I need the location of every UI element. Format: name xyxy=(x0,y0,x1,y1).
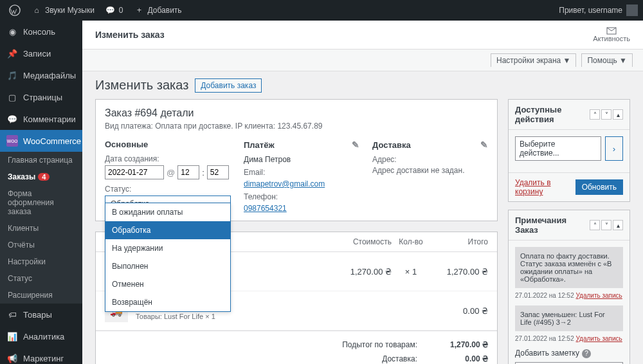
item-total: 1,270.00 ₴ xyxy=(430,267,488,277)
help-tab[interactable]: Помощь ▼ xyxy=(581,53,633,67)
add-note-label: Добавить заметку xyxy=(515,349,579,358)
admin-sidebar: ◉Консоль 📌Записи 🎵Медиафайлы ▢Страницы 💬… xyxy=(0,21,82,364)
note-timestamp: 27.01.2022 на 12:52 xyxy=(515,335,574,342)
actions-title: Доступные действия xyxy=(515,105,590,124)
order-subtitle: Вид платежа: Оплата при доставке. IP кли… xyxy=(105,122,488,131)
menu-comments[interactable]: 💬Комментарии xyxy=(0,108,82,130)
order-details-box: Заказ #694 детали Вид платежа: Оплата пр… xyxy=(95,99,498,221)
status-option-completed[interactable]: Выполнен xyxy=(105,257,230,275)
submenu-customers[interactable]: Клиенты xyxy=(0,220,82,237)
order-note: Оплата по факту доставки. Статус заказа … xyxy=(515,247,623,288)
payment-heading: Платёж xyxy=(244,140,275,150)
item-qty: × 1 xyxy=(392,267,430,277)
date-input[interactable] xyxy=(105,165,164,179)
panel-up-icon[interactable]: ˄ xyxy=(590,109,600,120)
status-option-pending[interactable]: В ожидании оплаты xyxy=(105,203,230,221)
add-new-link[interactable]: +Добавить xyxy=(130,0,186,21)
order-title: Заказ #694 детали xyxy=(105,107,488,119)
at-icon: @ xyxy=(167,168,175,177)
phone-label: Телефон: xyxy=(244,192,359,201)
wp-logo[interactable] xyxy=(5,0,24,21)
email-label: Email: xyxy=(244,168,359,177)
admin-topbar: ⌂Звуки Музыки 💬0 +Добавить Привет, usern… xyxy=(0,0,643,21)
customer-name: Дима Петров xyxy=(244,155,359,164)
submenu-orders[interactable]: Заказы4 xyxy=(0,168,82,185)
submenu-status[interactable]: Статус xyxy=(0,270,82,287)
page-title: Изменить заказ xyxy=(95,78,188,93)
site-link[interactable]: ⌂Звуки Музыки xyxy=(27,0,98,21)
actions-panel: Доступные действия ˄˅▴ Выберите действие… xyxy=(508,99,630,202)
status-option-processing[interactable]: Обработка xyxy=(105,221,230,239)
status-option-refunded[interactable]: Возвращён xyxy=(105,293,230,311)
note-timestamp: 27.01.2022 на 12:52 xyxy=(515,292,574,299)
menu-marketing[interactable]: 📢Маркетинг xyxy=(0,347,82,364)
menu-pages[interactable]: ▢Страницы xyxy=(0,86,82,108)
hour-input[interactable] xyxy=(177,165,199,179)
panel-toggle-icon[interactable]: ▴ xyxy=(613,220,623,230)
comments-link[interactable]: 💬0 xyxy=(101,0,127,21)
address-label: Адрес: xyxy=(372,155,488,164)
menu-woocommerce[interactable]: wooWooCommerce xyxy=(0,130,82,152)
activity-button[interactable]: Активность xyxy=(593,27,630,42)
panel-toggle-icon[interactable]: ▴ xyxy=(613,109,623,120)
col-cost: Стоимость xyxy=(334,237,392,246)
order-note: Запас уменьшен: Lust For Life (#495) 3→2 xyxy=(515,305,623,331)
item-cost: 1,270.00 ₴ xyxy=(334,267,392,277)
menu-analytics[interactable]: 📊Аналитика xyxy=(0,325,82,347)
status-option-hold[interactable]: На удержании xyxy=(105,239,230,257)
user-greeting[interactable]: Привет, username xyxy=(559,5,638,16)
submenu-settings[interactable]: Настройки xyxy=(0,253,82,270)
screen-options-tab[interactable]: Настройки экрана ▼ xyxy=(491,53,576,67)
panel-up-icon[interactable]: ˄ xyxy=(590,220,600,230)
date-label: Дата создания: xyxy=(105,154,231,163)
update-button[interactable]: Обновить xyxy=(575,179,623,195)
menu-media[interactable]: 🎵Медиафайлы xyxy=(0,64,82,86)
shipping-detail: Товары: Lust For Life × 1 xyxy=(136,313,334,320)
address-empty: Адрес доставки не задан. xyxy=(372,166,488,175)
notes-title: Примечания Заказ xyxy=(515,215,590,235)
minute-input[interactable] xyxy=(207,165,229,179)
page-breadcrumb-bar: Изменить заказ Активность xyxy=(82,21,643,50)
delete-note-link[interactable]: Удалить запись xyxy=(576,292,622,299)
menu-products[interactable]: 🏷Товары xyxy=(0,304,82,325)
edit-billing-icon[interactable]: ✎ xyxy=(352,140,359,150)
panel-down-icon[interactable]: ˅ xyxy=(601,220,611,230)
help-icon[interactable]: ? xyxy=(582,349,591,358)
subtotal-value: 1,270.00 ₴ xyxy=(430,340,488,349)
add-order-button[interactable]: Добавить заказ xyxy=(195,78,262,93)
panel-down-icon[interactable]: ˅ xyxy=(601,109,611,120)
customer-email[interactable]: dimapetrov@gmail.com xyxy=(244,179,325,188)
trash-link[interactable]: Удалить в корзину xyxy=(515,178,575,196)
general-heading: Основные xyxy=(105,140,231,149)
subtotal-label: Подытог по товарам: xyxy=(314,340,417,349)
submenu-reports[interactable]: Отчёты xyxy=(0,237,82,253)
shipping-total-value: 0.00 ₴ xyxy=(430,354,488,363)
action-select[interactable]: Выберите действие... xyxy=(515,136,601,161)
edit-shipping-icon[interactable]: ✎ xyxy=(480,140,488,150)
customer-phone[interactable]: 0987654321 xyxy=(244,204,287,213)
col-qty: Кол-во xyxy=(392,237,430,246)
shipping-heading: Доставка xyxy=(372,140,411,150)
breadcrumb: Изменить заказ xyxy=(95,30,165,40)
status-dropdown: В ожидании оплаты Обработка На удержании… xyxy=(105,203,231,312)
delete-note-link[interactable]: Удалить запись xyxy=(576,335,622,342)
shipping-total-label: Доставка: xyxy=(314,354,417,363)
notes-panel: Примечания Заказ ˄˅▴ Оплата по факту дос… xyxy=(508,210,630,364)
submenu-checkout[interactable]: Форма оформления заказа xyxy=(0,185,82,220)
col-total: Итого xyxy=(430,237,488,246)
menu-dashboard[interactable]: ◉Консоль xyxy=(0,21,82,42)
status-label: Статус: xyxy=(105,185,231,194)
woo-submenu: Главная страница Заказы4 Форма оформлени… xyxy=(0,152,82,304)
shipping-total: 0.00 ₴ xyxy=(430,306,488,316)
submenu-home[interactable]: Главная страница xyxy=(0,152,82,168)
action-go-button[interactable]: › xyxy=(605,136,623,161)
menu-posts[interactable]: 📌Записи xyxy=(0,42,82,64)
submenu-extensions[interactable]: Расширения xyxy=(0,287,82,304)
status-option-cancelled[interactable]: Отменен xyxy=(105,275,230,293)
